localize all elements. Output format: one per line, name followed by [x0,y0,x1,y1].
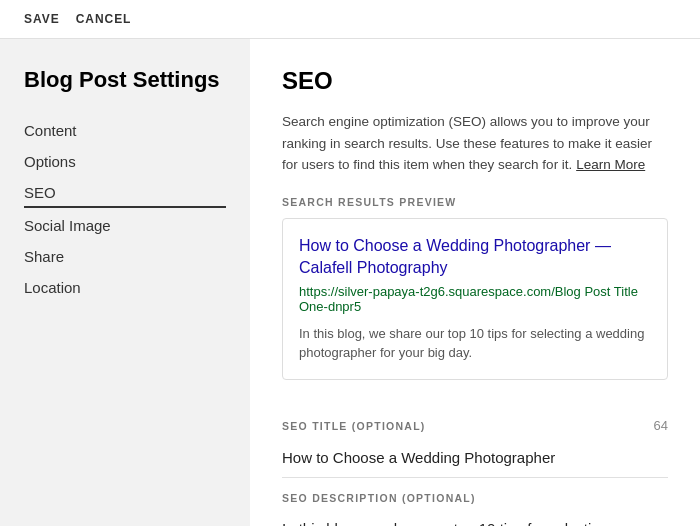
sidebar-item-social-image[interactable]: Social Image [24,212,226,239]
sidebar-item-location[interactable]: Location [24,274,226,301]
seo-description-label: SEO DESCRIPTION (OPTIONAL) [282,492,476,504]
seo-title-field: SEO TITLE (OPTIONAL) 64 How to Choose a … [282,404,668,479]
sidebar-title: Blog Post Settings [24,67,226,93]
search-results-preview-section: SEARCH RESULTS PREVIEW How to Choose a W… [282,196,668,380]
sidebar-nav: Content Options SEO Social Image Share L… [24,117,226,301]
sidebar-item-options[interactable]: Options [24,148,226,175]
seo-description-value[interactable]: In this blog, we share our top 10 tips f… [282,510,629,526]
seo-title-value[interactable]: How to Choose a Wedding Photographer [282,439,668,472]
sidebar-item-content[interactable]: Content [24,117,226,144]
preview-section-label: SEARCH RESULTS PREVIEW [282,196,668,208]
preview-box: How to Choose a Wedding Photographer — C… [282,218,668,380]
seo-description-text: Search engine optimization (SEO) allows … [282,111,668,176]
top-bar: SAVE CANCEL [0,0,700,39]
sidebar-item-share[interactable]: Share [24,243,226,270]
preview-title: How to Choose a Wedding Photographer — C… [299,235,651,280]
page-title: SEO [282,67,668,95]
seo-title-count: 64 [654,418,668,433]
learn-more-link[interactable]: Learn More [576,157,645,172]
preview-description: In this blog, we share our top 10 tips f… [299,324,651,363]
main-layout: Blog Post Settings Content Options SEO S… [0,39,700,526]
cancel-button[interactable]: CANCEL [76,12,132,26]
sidebar: Blog Post Settings Content Options SEO S… [0,39,250,526]
main-content: SEO Search engine optimization (SEO) all… [250,39,700,526]
preview-url: https://silver-papaya-t2g6.squarespace.c… [299,284,651,314]
sidebar-item-seo[interactable]: SEO [24,179,226,208]
save-button[interactable]: SAVE [24,12,60,26]
seo-description-field: SEO DESCRIPTION (OPTIONAL) In this blog,… [282,478,668,526]
seo-title-label: SEO TITLE (OPTIONAL) [282,420,426,432]
